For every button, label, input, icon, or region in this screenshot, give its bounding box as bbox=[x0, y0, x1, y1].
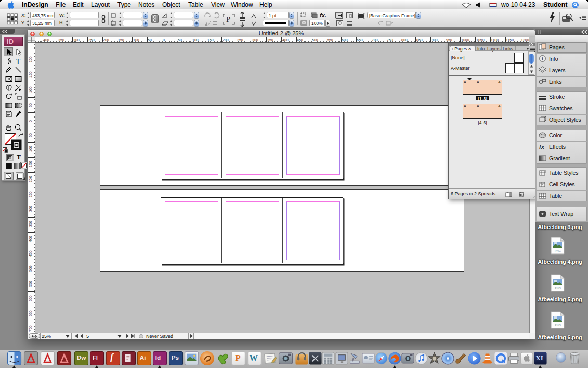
svg-text:fx: fx bbox=[539, 144, 545, 150]
svg-text:PNG: PNG bbox=[555, 249, 561, 252]
svg-text:P: P bbox=[226, 15, 230, 23]
svg-text:PNG: PNG bbox=[555, 287, 561, 290]
svg-text:T: T bbox=[16, 58, 21, 66]
svg-text:PNG: PNG bbox=[555, 324, 561, 327]
